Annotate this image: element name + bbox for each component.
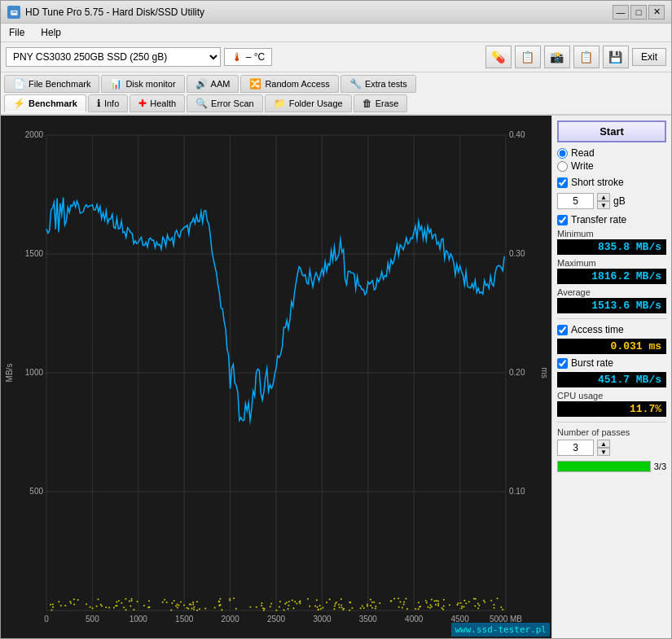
drive-selector[interactable]: PNY CS3030 250GB SSD (250 gB) xyxy=(6,47,221,67)
mode-radio-group: Read Write xyxy=(557,146,666,173)
write-radio-item[interactable]: Write xyxy=(557,160,666,172)
tab-health[interactable]: ✚ Health xyxy=(130,94,185,112)
passes-label: Number of passes xyxy=(557,427,666,437)
passes-input[interactable] xyxy=(557,440,594,456)
short-stroke-checkbox-item[interactable]: Short stroke xyxy=(557,177,666,188)
max-label: Maximum xyxy=(557,258,666,268)
tab-info[interactable]: ℹ Info xyxy=(88,94,128,112)
access-time-label: Access time xyxy=(571,324,624,335)
burst-rate-checkbox[interactable] xyxy=(557,358,568,369)
tab-health-label: Health xyxy=(150,98,176,108)
tab-disk-monitor[interactable]: 📊 Disk monitor xyxy=(101,75,184,93)
min-stat: Minimum 835.8 MB/s xyxy=(557,229,666,255)
tab-benchmark-label: Benchmark xyxy=(29,98,77,108)
tab-erase[interactable]: 🗑 Erase xyxy=(354,94,408,112)
minimize-button[interactable]: — xyxy=(613,5,629,20)
tab-benchmark[interactable]: ⚡ Benchmark xyxy=(4,94,86,112)
cpu-label: CPU usage xyxy=(557,391,666,400)
tab-folder-usage[interactable]: 📁 Folder Usage xyxy=(265,94,352,112)
cpu-stat: CPU usage 11.7% xyxy=(557,391,666,417)
tab-aam[interactable]: 🔊 AAM xyxy=(187,75,239,93)
read-radio[interactable] xyxy=(557,148,568,159)
short-stroke-up[interactable]: ▲ xyxy=(597,193,610,201)
cpu-value: 11.7% xyxy=(557,401,666,417)
start-button[interactable]: Start xyxy=(557,120,666,142)
menu-bar: File Help xyxy=(1,24,671,42)
passes-stat: Number of passes ▲ ▼ xyxy=(557,427,666,457)
folder-usage-icon: 📁 xyxy=(274,98,286,109)
min-label: Minimum xyxy=(557,229,666,239)
burst-rate-value: 451.7 MB/s xyxy=(557,372,666,387)
window-title: HD Tune Pro 5.75 - Hard Disk/SSD Utility xyxy=(25,7,204,18)
health-icon: ✚ xyxy=(138,98,147,109)
toolbar-btn-2[interactable]: 📋 xyxy=(515,46,541,68)
divider-1 xyxy=(557,318,666,319)
tab-row-2: ⚡ Benchmark ℹ Info ✚ Health 🔍 Error Scan… xyxy=(4,94,668,112)
access-time-stat: 0.031 ms xyxy=(557,339,666,354)
title-controls: — □ ✕ xyxy=(613,5,665,20)
tab-disk-monitor-label: Disk monitor xyxy=(125,79,175,89)
extra-tests-icon: 🔧 xyxy=(349,78,362,90)
toolbar-btn-1[interactable]: 💊 xyxy=(485,46,512,68)
close-button[interactable]: ✕ xyxy=(648,5,665,20)
tabs-area: 📄 File Benchmark 📊 Disk monitor 🔊 AAM 🔀 … xyxy=(1,72,671,116)
max-value: 1816.2 MB/s xyxy=(557,269,666,284)
tab-file-benchmark[interactable]: 📄 File Benchmark xyxy=(4,75,99,93)
min-value: 835.8 MB/s xyxy=(557,239,666,255)
watermark: www.ssd-tester.pl xyxy=(451,623,550,637)
tab-info-label: Info xyxy=(104,98,119,108)
menu-file[interactable]: File xyxy=(4,25,29,40)
avg-value: 1513.6 MB/s xyxy=(557,298,666,313)
maximize-button[interactable]: □ xyxy=(630,5,647,20)
right-panel: Start Read Write Short stroke ▲ xyxy=(551,116,671,638)
toolbar-btn-3[interactable]: 📸 xyxy=(544,46,570,68)
toolbar-btn-5[interactable]: 💾 xyxy=(603,46,629,68)
file-benchmark-icon: 📄 xyxy=(13,78,25,90)
progress-bar-container xyxy=(557,461,651,472)
tab-row-1: 📄 File Benchmark 📊 Disk monitor 🔊 AAM 🔀 … xyxy=(4,75,668,93)
passes-up[interactable]: ▲ xyxy=(597,440,610,448)
temperature-value: – °C xyxy=(246,51,265,63)
tab-error-scan[interactable]: 🔍 Error Scan xyxy=(187,94,263,112)
exit-button[interactable]: Exit xyxy=(632,48,666,66)
disk-monitor-icon: 📊 xyxy=(110,78,122,90)
write-radio[interactable] xyxy=(557,161,568,172)
benchmark-icon: ⚡ xyxy=(13,98,25,109)
main-window: 🖴 HD Tune Pro 5.75 - Hard Disk/SSD Utili… xyxy=(0,0,672,639)
temperature-display: 🌡 – °C xyxy=(224,48,272,66)
avg-stat: Average 1513.6 MB/s xyxy=(557,287,666,313)
short-stroke-spinners: ▲ ▼ xyxy=(597,193,610,209)
title-bar-left: 🖴 HD Tune Pro 5.75 - Hard Disk/SSD Utili… xyxy=(7,6,204,19)
short-stroke-input[interactable] xyxy=(557,193,594,209)
tab-folder-usage-label: Folder Usage xyxy=(289,98,343,108)
short-stroke-spinner-row: ▲ ▼ gB xyxy=(557,193,666,209)
write-label: Write xyxy=(571,160,594,172)
burst-rate-checkbox-item[interactable]: Burst rate xyxy=(557,357,666,369)
access-time-value: 0.031 ms xyxy=(557,339,666,354)
access-time-checkbox[interactable] xyxy=(557,325,568,335)
erase-icon: 🗑 xyxy=(362,98,372,109)
app-icon: 🖴 xyxy=(7,6,20,19)
read-radio-item[interactable]: Read xyxy=(557,147,666,159)
thermometer-icon: 🌡 xyxy=(231,50,243,63)
toolbar-btn-4[interactable]: 📋 xyxy=(573,46,600,68)
random-access-icon: 🔀 xyxy=(249,78,261,90)
burst-rate-stat: 451.7 MB/s xyxy=(557,372,666,387)
access-time-checkbox-item[interactable]: Access time xyxy=(557,324,666,335)
short-stroke-down[interactable]: ▼ xyxy=(597,201,610,209)
passes-down[interactable]: ▼ xyxy=(597,448,610,456)
tab-random-access[interactable]: 🔀 Random Access xyxy=(240,75,338,93)
toolbar: PNY CS3030 250GB SSD (250 gB) 🌡 – °C 💊 📋… xyxy=(1,42,671,72)
menu-help[interactable]: Help xyxy=(36,25,66,40)
avg-label: Average xyxy=(557,287,666,297)
short-stroke-checkbox[interactable] xyxy=(557,177,568,188)
info-icon: ℹ xyxy=(97,98,101,109)
transfer-rate-checkbox-item[interactable]: Transfer rate xyxy=(557,214,666,225)
short-stroke-label: Short stroke xyxy=(571,177,624,188)
burst-rate-label: Burst rate xyxy=(571,357,613,369)
chart-area: www.ssd-tester.pl xyxy=(1,116,551,638)
tab-extra-tests[interactable]: 🔧 Extra tests xyxy=(340,75,416,93)
transfer-rate-checkbox[interactable] xyxy=(557,215,568,225)
read-label: Read xyxy=(571,147,595,159)
divider-2 xyxy=(557,422,666,422)
